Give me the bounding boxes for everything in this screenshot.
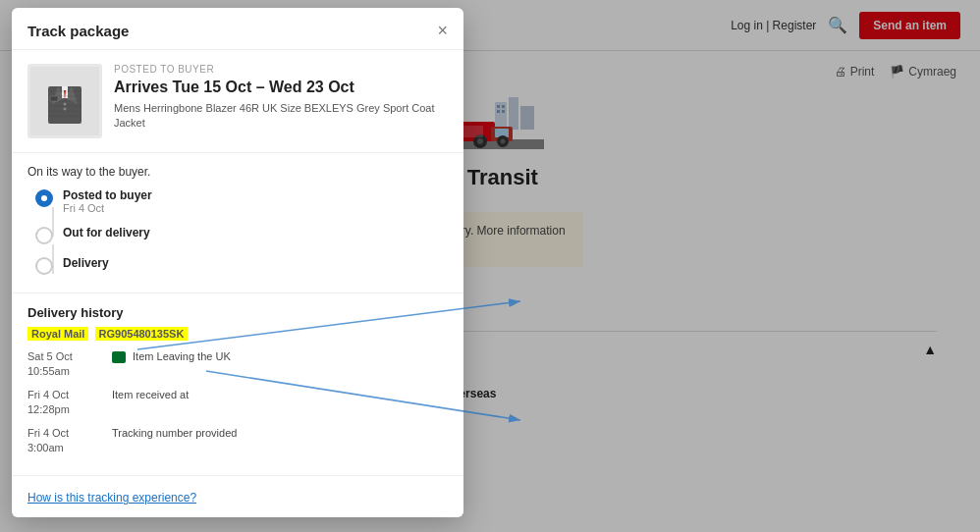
timeline-dot-3 bbox=[35, 257, 53, 275]
delivery-history-title: Delivery history bbox=[27, 305, 448, 320]
timeline-item-1: Posted to buyer Fri 4 Oct bbox=[35, 188, 448, 214]
modal-product-info: POSTED TO BUYER Arrives Tue 15 Oct – Wed… bbox=[114, 64, 448, 138]
timeline-dot-1 bbox=[35, 189, 53, 207]
svg-point-31 bbox=[64, 108, 67, 111]
timeline-date-1: Fri 4 Oct bbox=[63, 202, 152, 214]
history-entry-3: Fri 4 Oct 3:00am Tracking number provide… bbox=[27, 426, 448, 456]
modal-tracking-number: RG905480135SK bbox=[95, 327, 189, 341]
timeline-label-1: Posted to buyer bbox=[63, 188, 152, 202]
product-name: Mens Herringbone Blazer 46R UK Size BEXL… bbox=[114, 101, 448, 132]
modal-feedback: How is this tracking experience? bbox=[12, 475, 463, 517]
modal-tracking-ref: Royal Mail RG905480135SK bbox=[27, 328, 448, 340]
timeline-label-2: Out for delivery bbox=[63, 226, 150, 239]
svg-rect-32 bbox=[50, 96, 58, 101]
history-entry-1: Sat 5 Oct 10:55am Item Leaving the UK bbox=[27, 349, 448, 380]
modal-title: Track package bbox=[27, 23, 129, 39]
track-package-modal: Track package × bbox=[12, 8, 463, 517]
posted-label: POSTED TO BUYER bbox=[114, 64, 448, 75]
modal-status-section: On its way to the buyer. Posted to buyer… bbox=[12, 153, 463, 293]
feedback-link[interactable]: How is this tracking experience? bbox=[27, 491, 196, 505]
product-image bbox=[27, 64, 102, 138]
svg-point-30 bbox=[64, 103, 67, 106]
status-title: On its way to the buyer. bbox=[27, 165, 448, 179]
timeline-dot-2 bbox=[35, 227, 53, 244]
modal-delivery-history: Delivery history Royal Mail RG905480135S… bbox=[12, 293, 463, 475]
timeline-item-3: Delivery bbox=[35, 256, 448, 275]
arrives-text: Arrives Tue 15 Oct – Wed 23 Oct bbox=[114, 79, 448, 96]
modal-header: Track package × bbox=[12, 8, 463, 50]
modal-product-section: POSTED TO BUYER Arrives Tue 15 Oct – Wed… bbox=[12, 50, 463, 153]
truck-history-icon bbox=[112, 351, 126, 363]
timeline-label-3: Delivery bbox=[63, 256, 109, 270]
history-entry-2: Fri 4 Oct 12:28pm Item received at bbox=[27, 388, 448, 418]
modal-overlay: Track package × bbox=[0, 0, 980, 532]
modal-close-button[interactable]: × bbox=[437, 22, 448, 39]
timeline-item-2: Out for delivery bbox=[35, 226, 448, 244]
timeline: Posted to buyer Fri 4 Oct Out for delive… bbox=[27, 188, 448, 275]
